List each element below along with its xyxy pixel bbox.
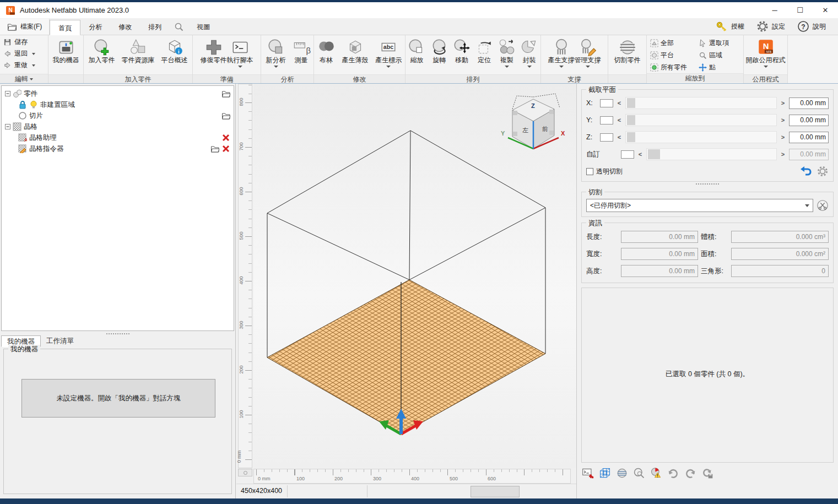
open-folder-icon[interactable] — [210, 144, 219, 153]
right-panel-splitter[interactable] — [577, 182, 838, 186]
slider-left-arrow[interactable]: < — [616, 134, 623, 140]
zoom-point-button[interactable]: 點 — [699, 61, 745, 73]
view-cube-left-face[interactable]: 左 — [522, 127, 528, 133]
zoom-selection-button[interactable]: 選取項 — [699, 37, 745, 49]
analysis-warning-button[interactable] — [648, 465, 664, 481]
zoom-platform-button[interactable]: 平台 — [650, 49, 699, 61]
tree-item-slices[interactable]: 切片 — [2, 110, 234, 121]
save-view-button[interactable] — [700, 465, 715, 481]
undo-button[interactable]: 退回 — [0, 48, 48, 59]
ribbon-group-label-edit[interactable]: 編輯 — [0, 74, 48, 83]
open-utility-button[interactable]: NNFB 開啟公用程式 — [744, 36, 787, 74]
slider-thumb[interactable] — [648, 149, 660, 159]
tree-item-lattice-commander[interactable]: 晶格指令器 — [2, 143, 234, 154]
tab-analysis[interactable]: 分析 — [80, 19, 110, 35]
collapse-icon[interactable] — [5, 91, 10, 96]
clip-x-slider[interactable] — [625, 97, 777, 109]
slider-thumb[interactable] — [627, 115, 635, 125]
clip-custom-slider[interactable] — [646, 148, 777, 160]
tab-home[interactable]: 首頁 — [50, 20, 80, 35]
scale-button[interactable]: 縮放 — [406, 36, 428, 74]
clip-z-value[interactable]: 0.00 mm — [789, 132, 829, 143]
close-button[interactable]: ✕ — [813, 2, 838, 18]
tree-item-lattice-assistant[interactable]: A 晶格助理 — [2, 132, 234, 143]
3d-canvas[interactable]: 左 前 Y X Z — [253, 84, 576, 468]
my-machine-button[interactable]: 我的機器 — [53, 36, 79, 74]
machine-not-set-button[interactable]: 未設定機器。開啟「我的機器」對話方塊 — [21, 379, 215, 418]
file-menu-button[interactable]: 檔案(F) — [0, 19, 50, 35]
slider-right-arrow[interactable]: > — [780, 117, 786, 123]
zoom-all-button[interactable]: 全部 — [650, 37, 699, 49]
boolean-button[interactable]: 布林 — [314, 36, 338, 74]
scissors-cut-icon[interactable] — [817, 199, 829, 212]
pack-button[interactable]: 封裝 — [518, 36, 540, 74]
settings-button[interactable]: 設定 — [752, 18, 790, 35]
clip-settings-gear-icon[interactable] — [817, 165, 829, 177]
save-button[interactable]: 儲存 — [0, 36, 48, 48]
clip-x-value[interactable]: 0.00 mm — [789, 97, 829, 109]
slider-thumb[interactable] — [627, 132, 635, 142]
tree-item-parts[interactable]: 零件 — [2, 88, 234, 99]
help-button[interactable]: ? 說明 — [793, 18, 830, 35]
collapse-icon[interactable] — [5, 124, 10, 129]
clip-custom-checkbox[interactable] — [621, 150, 634, 159]
slider-thumb[interactable] — [627, 98, 635, 108]
slider-left-arrow[interactable]: < — [616, 117, 623, 123]
tab-arrange[interactable]: 排列 — [140, 19, 170, 35]
open-folder-icon[interactable] — [221, 89, 230, 98]
part-library-button[interactable]: 零件資源庫 — [120, 36, 157, 74]
create-shell-button[interactable]: 產生薄殼 — [338, 36, 372, 74]
orient-button[interactable]: 定位 — [473, 36, 496, 74]
clip-y-slider[interactable] — [625, 114, 777, 126]
view-cube-front-face[interactable]: 前 — [542, 126, 548, 132]
zoom-view-button[interactable] — [631, 465, 647, 481]
view-cube[interactable]: 左 前 Y X Z — [501, 94, 565, 149]
slider-left-arrow[interactable]: < — [616, 100, 623, 106]
create-support-button[interactable]: 產生支撐 — [548, 36, 575, 74]
slider-right-arrow[interactable]: > — [780, 134, 786, 140]
platform-overview-button[interactable]: i 平台概述 — [157, 36, 192, 74]
move-button[interactable]: 移動 — [451, 36, 473, 74]
lock-icon[interactable] — [18, 100, 27, 109]
script-console-add-button[interactable] — [580, 465, 596, 481]
open-folder-icon[interactable] — [221, 111, 230, 120]
add-part-button[interactable]: 加入零件 — [84, 36, 120, 74]
maximize-button[interactable]: ☐ — [787, 2, 813, 18]
tab-view[interactable]: 視圖 — [188, 19, 218, 35]
rotate-button[interactable]: 旋轉 — [428, 36, 451, 74]
manage-support-button[interactable]: 管理支撐 — [575, 36, 601, 74]
clip-y-value[interactable]: 0.00 mm — [789, 115, 829, 126]
cut-parts-button[interactable]: 切割零件 — [614, 36, 641, 74]
clip-z-slider[interactable] — [625, 131, 777, 143]
clip-y-checkbox[interactable] — [600, 116, 613, 124]
create-label-button[interactable]: abc 產生標示 — [372, 36, 405, 74]
tree-item-lattice[interactable]: 晶格 — [2, 121, 234, 132]
slider-right-arrow[interactable]: > — [780, 100, 786, 106]
clip-x-checkbox[interactable] — [600, 99, 613, 107]
slider-left-arrow[interactable]: < — [637, 151, 644, 158]
rotate-view-right-button[interactable] — [683, 465, 698, 481]
transparent-cut-checkbox[interactable] — [586, 168, 593, 175]
cuts-select[interactable]: <已停用切割> — [586, 199, 813, 212]
run-script-button[interactable]: 執行腳本 — [227, 36, 253, 74]
delete-x-icon[interactable] — [221, 144, 230, 153]
redo-button[interactable]: 重做 — [0, 59, 48, 71]
measure-button[interactable]: β 測量 — [290, 36, 313, 74]
tab-modify[interactable]: 修改 — [110, 19, 140, 35]
delete-x-icon[interactable] — [221, 133, 230, 142]
zoom-region-button[interactable]: 區域 — [699, 49, 745, 61]
license-button[interactable]: 授權 — [711, 18, 749, 35]
search-button[interactable] — [170, 19, 188, 35]
lattice-view-button[interactable] — [597, 465, 613, 481]
visibility-bulb-icon[interactable] — [29, 100, 38, 109]
minimize-button[interactable]: ─ — [762, 2, 787, 18]
tab-job-list[interactable]: 工作清單 — [41, 335, 79, 347]
clip-z-checkbox[interactable] — [600, 133, 613, 142]
ruler-origin-button[interactable] — [238, 469, 252, 476]
duplicate-button[interactable]: 複製 — [495, 36, 518, 74]
repair-part-button[interactable]: 修復零件 — [201, 36, 227, 74]
rotate-view-left-button[interactable] — [666, 465, 681, 481]
slider-right-arrow[interactable]: > — [780, 151, 786, 158]
reset-undo-icon[interactable] — [800, 165, 812, 177]
slice-view-button[interactable] — [614, 465, 630, 481]
